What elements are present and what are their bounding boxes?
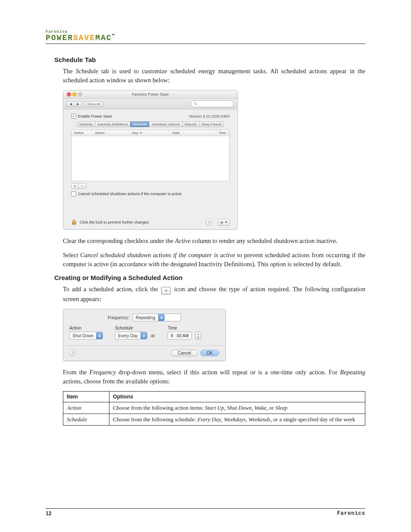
remove-button[interactable]: − [78, 183, 86, 189]
cancel-active-checkbox[interactable] [71, 191, 76, 196]
tab-shutdown-options[interactable]: Shutdown Options [149, 121, 182, 127]
col-time[interactable]: Time [216, 130, 229, 136]
tab-reports[interactable]: Reports [182, 121, 199, 127]
tab-schedule[interactable]: Schedule [130, 121, 149, 127]
footer-company: Faronics [337, 510, 365, 516]
ok-button[interactable]: OK [200, 350, 219, 356]
enable-powersave-label: Enable Power Save [78, 114, 112, 118]
cell-item: Schedule [63, 414, 109, 426]
col-active[interactable]: Active [72, 130, 92, 136]
frequency-label: Frequency: [108, 315, 129, 320]
schedule-select[interactable]: Every Day [115, 332, 147, 339]
col-action[interactable]: Action [92, 130, 129, 136]
at-label: at: [151, 333, 156, 338]
col-date[interactable]: Date [170, 130, 216, 136]
dialog-help-button[interactable]: ? [69, 349, 76, 356]
dlg-hdr-action: Action [69, 326, 103, 330]
gear-menu-button[interactable] [218, 219, 230, 226]
para-freq: From the Frequency drop-down menu, selec… [63, 368, 365, 386]
th-item: Item [63, 392, 109, 402]
cancel-active-label: Cancel scheduled shutdown actions if the… [78, 192, 182, 196]
select-knob-icon [158, 314, 165, 321]
intro-paragraph: The Schedule tab is used to customize sc… [63, 67, 365, 85]
svg-point-0 [195, 103, 196, 105]
col-day[interactable]: Day [129, 130, 170, 136]
time-stepper[interactable] [195, 332, 201, 339]
options-table: Item Options Action Choose from the foll… [63, 391, 365, 426]
schedule-grid: Active Action Day Date Time [71, 130, 230, 181]
action-dialog: Frequency: Repeating Action Shut Down Sc… [63, 309, 226, 361]
plus-icon: + [161, 287, 171, 295]
time-field[interactable]: 8 : 00 AM [168, 332, 192, 339]
select-knob-icon [96, 332, 103, 339]
svg-line-1 [196, 104, 197, 105]
table-row: Schedule Choose from the following sched… [63, 414, 365, 426]
tab-inactivity-definitions[interactable]: Inactivity Definitions [95, 121, 131, 127]
forward-button[interactable]: ▶ [74, 101, 82, 107]
cell-item: Action [63, 402, 109, 414]
page-number: 12 [46, 510, 51, 516]
stepper-up-icon[interactable] [196, 332, 201, 336]
pref-toolbar: ◀ ▶ Show All [63, 99, 237, 109]
lock-icon[interactable] [71, 219, 77, 225]
svg-rect-2 [72, 222, 76, 224]
tab-strip: Inactivity Inactivity Definitions Schedu… [71, 121, 230, 127]
chevron-down-icon [225, 221, 227, 223]
section-title-schedule: Schedule Tab [54, 56, 365, 63]
search-icon [194, 102, 197, 106]
pref-titlebar: Faronics Power Save [63, 90, 237, 99]
enable-powersave-checkbox[interactable] [71, 114, 76, 119]
preferences-window: Faronics Power Save ◀ ▶ Show All Enable … [63, 90, 238, 230]
tab-deep-freeze[interactable]: Deep Freeze [199, 121, 224, 127]
cancel-button[interactable]: Cancel [171, 350, 197, 356]
th-options: Options [109, 392, 365, 402]
para-clear: Clear the corresponding checkbox under t… [63, 236, 365, 246]
page-footer: 12 Faronics [46, 508, 365, 516]
para-cancel: Select Cancel scheduled shutdown actions… [63, 251, 365, 269]
tab-inactivity[interactable]: Inactivity [77, 121, 95, 127]
back-button[interactable]: ◀ [67, 101, 74, 107]
para-add: To add a scheduled action, click the + i… [63, 285, 365, 304]
version-label: Version 3.10.2200.0304 [189, 114, 230, 118]
help-button[interactable]: ? [206, 219, 212, 226]
lock-label: Click the lock to prevent further change… [80, 220, 149, 224]
gear-icon [220, 221, 224, 224]
section-title-create: Creating or Modifying a Scheduled Action [54, 274, 365, 281]
search-input[interactable] [191, 100, 234, 107]
add-button[interactable]: + [71, 183, 78, 189]
header-rule [46, 44, 365, 44]
sort-indicator-icon [140, 132, 142, 134]
action-select[interactable]: Shut Down [69, 332, 103, 339]
dialog-separator [63, 345, 225, 346]
svg-point-3 [221, 221, 222, 223]
table-row: Action Choose from the following action … [63, 402, 365, 414]
select-knob-icon [140, 332, 147, 339]
window-title: Faronics Power Save [63, 92, 237, 96]
dlg-hdr-time: Time [168, 326, 201, 330]
dlg-hdr-schedule: Schedule [115, 326, 156, 330]
show-all-button[interactable]: Show All [84, 101, 103, 107]
cell-options: Choose from the following schedule: Ever… [109, 414, 365, 426]
brand-logo: Faronics POWERSAVEMAC™ [46, 30, 365, 42]
stepper-down-icon[interactable] [196, 336, 201, 339]
frequency-select[interactable]: Repeating [133, 314, 181, 321]
cell-options: Choose from the following action items: … [109, 402, 365, 414]
